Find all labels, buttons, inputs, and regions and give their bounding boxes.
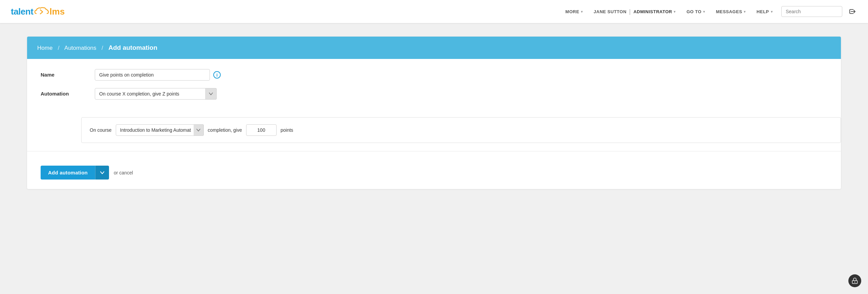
- course-select-wrap: Introduction to Marketing Automatio...: [116, 124, 204, 136]
- svg-point-0: [854, 281, 855, 282]
- main-nav: MORE ▾ JANE SUTTON | ADMINISTRATOR ▾ GO …: [561, 5, 857, 18]
- rule-box: On course Introduction to Marketing Auto…: [81, 117, 841, 143]
- name-row: Name i: [41, 69, 827, 81]
- user-chevron-icon: ▾: [674, 10, 676, 14]
- search-input[interactable]: [781, 6, 842, 17]
- name-input[interactable]: [95, 69, 210, 81]
- name-control-wrap: i: [95, 69, 221, 81]
- breadcrumb: Home / Automations / Add automation: [37, 45, 157, 51]
- messages-chevron-icon: ▾: [744, 10, 746, 14]
- divider: [27, 151, 841, 151]
- logo-cloud-icon: [34, 6, 49, 17]
- breadcrumb-home[interactable]: Home: [37, 45, 52, 51]
- nav-messages[interactable]: MESSAGES ▾: [711, 6, 751, 17]
- or-cancel-text: or cancel: [114, 170, 133, 175]
- add-automation-button-group: Add automation: [41, 166, 109, 180]
- points-label: points: [281, 127, 293, 133]
- cancel-link[interactable]: cancel: [119, 170, 133, 175]
- automation-select-wrap: On course X completion, give Z points: [95, 88, 217, 100]
- completion-give-label: completion, give: [208, 127, 242, 133]
- lock-icon[interactable]: [848, 274, 861, 287]
- main-content: Home / Automations / Add automation Name…: [0, 23, 868, 203]
- more-chevron-icon: ▾: [581, 10, 583, 14]
- course-select[interactable]: Introduction to Marketing Automatio...: [116, 124, 204, 136]
- logout-button[interactable]: [848, 7, 857, 16]
- content-card: Home / Automations / Add automation Name…: [27, 37, 841, 189]
- form-actions: Add automation or cancel: [27, 160, 841, 189]
- form-area: Name i Automation On course X completion…: [27, 59, 841, 117]
- breadcrumb-current: Add automation: [108, 44, 157, 51]
- nav-help[interactable]: HELP ▾: [752, 6, 777, 17]
- goto-chevron-icon: ▾: [703, 10, 705, 14]
- nav-more[interactable]: MORE ▾: [561, 6, 588, 17]
- automation-row: Automation On course X completion, give …: [41, 88, 827, 100]
- logo-lms: lms: [49, 6, 65, 17]
- points-input[interactable]: [246, 124, 277, 136]
- nav-user[interactable]: JANE SUTTON | ADMINISTRATOR ▾: [589, 5, 680, 18]
- breadcrumb-automations[interactable]: Automations: [64, 45, 96, 51]
- help-chevron-icon: ▾: [771, 10, 773, 14]
- breadcrumb-header: Home / Automations / Add automation: [27, 37, 841, 59]
- automation-label: Automation: [41, 88, 95, 97]
- on-course-label: On course: [90, 127, 112, 133]
- logo-talent: talent: [11, 6, 33, 17]
- add-automation-dropdown-button[interactable]: [95, 166, 109, 180]
- add-automation-button[interactable]: Add automation: [41, 166, 95, 180]
- automation-control-wrap: On course X completion, give Z points: [95, 88, 217, 100]
- navbar: talent lms MORE ▾ JANE SUTTON | ADMINIST…: [0, 0, 868, 23]
- automation-select[interactable]: On course X completion, give Z points: [95, 88, 217, 100]
- logo[interactable]: talent lms: [11, 6, 65, 17]
- name-label: Name: [41, 69, 95, 78]
- info-icon[interactable]: i: [213, 71, 221, 79]
- nav-goto[interactable]: GO TO ▾: [682, 6, 710, 17]
- add-dropdown-chevron-icon: [100, 171, 104, 174]
